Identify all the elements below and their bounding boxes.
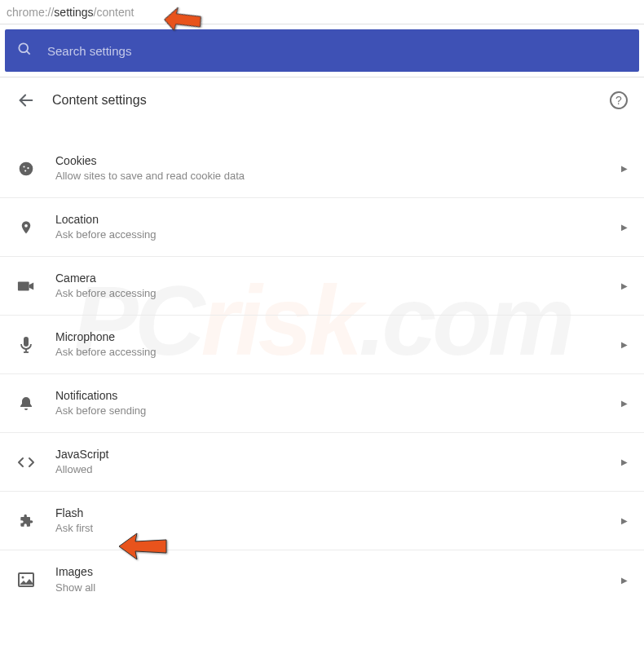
item-title: Camera: [55, 271, 621, 287]
svg-point-6: [24, 170, 26, 171]
item-flash[interactable]: Flash Ask first ▶: [0, 492, 644, 550]
item-javascript[interactable]: JavaScript Allowed ▶: [0, 433, 644, 492]
item-cookies[interactable]: Cookies Allow sites to save and read coo…: [0, 139, 644, 198]
address-text-bold: settings: [54, 6, 93, 19]
code-icon: [16, 456, 36, 469]
settings-list: Cookies Allow sites to save and read coo…: [0, 139, 644, 609]
svg-point-4: [23, 166, 24, 167]
item-subtitle: Allow sites to save and read cookie data: [55, 169, 621, 183]
chevron-right-icon: ▶: [621, 399, 628, 408]
svg-point-3: [20, 161, 33, 175]
item-subtitle: Ask before accessing: [55, 345, 621, 360]
svg-rect-9: [24, 337, 29, 347]
address-bar[interactable]: chrome://settings/content: [0, 0, 644, 24]
chevron-right-icon: ▶: [621, 340, 628, 349]
item-title: Images: [55, 564, 621, 581]
page-header: Content settings ?: [0, 77, 644, 123]
search-input[interactable]: [47, 44, 628, 58]
item-images[interactable]: Images Show all ▶: [0, 550, 644, 609]
svg-point-13: [22, 577, 24, 579]
item-location[interactable]: Location Ask before accessing ▶: [0, 198, 644, 257]
search-bar[interactable]: [5, 29, 639, 72]
item-text: Images Show all: [55, 564, 621, 595]
item-title: JavaScript: [55, 447, 621, 463]
cookie-icon: [16, 161, 36, 177]
address-text-pre: chrome://: [7, 6, 54, 19]
item-text: Microphone Ask before accessing: [55, 329, 621, 360]
item-text: Location Ask before accessing: [55, 212, 621, 243]
address-text-post: /content: [94, 6, 135, 19]
location-icon: [16, 219, 36, 236]
item-subtitle: Ask before accessing: [55, 286, 621, 301]
item-subtitle: Ask first: [55, 521, 621, 536]
item-subtitle: Ask before sending: [55, 404, 621, 418]
chevron-right-icon: ▶: [621, 576, 628, 585]
item-title: Cookies: [55, 153, 621, 170]
svg-rect-8: [18, 281, 29, 290]
chevron-right-icon: ▶: [621, 457, 628, 466]
item-title: Notifications: [55, 388, 621, 404]
chevron-right-icon: ▶: [621, 516, 628, 525]
camera-icon: [16, 280, 36, 293]
page-title: Content settings: [52, 93, 593, 108]
item-title: Microphone: [55, 329, 621, 346]
chevron-right-icon: ▶: [621, 164, 628, 173]
extension-icon: [16, 513, 36, 529]
item-text: Flash Ask first: [55, 506, 621, 537]
image-icon: [16, 572, 36, 587]
item-title: Location: [55, 212, 621, 228]
svg-point-5: [27, 167, 29, 169]
item-microphone[interactable]: Microphone Ask before accessing ▶: [0, 316, 644, 374]
item-subtitle: Allowed: [55, 462, 621, 477]
chevron-right-icon: ▶: [621, 281, 628, 290]
item-text: Camera Ask before accessing: [55, 271, 621, 302]
search-icon: [16, 41, 33, 60]
item-text: Cookies Allow sites to save and read coo…: [55, 153, 621, 184]
bell-icon: [16, 395, 36, 412]
svg-point-0: [19, 43, 28, 52]
chevron-right-icon: ▶: [621, 223, 628, 232]
help-button[interactable]: ?: [610, 91, 628, 109]
item-text: JavaScript Allowed: [55, 447, 621, 478]
item-subtitle: Show all: [55, 581, 621, 595]
microphone-icon: [16, 336, 36, 354]
svg-point-7: [24, 223, 28, 227]
item-notifications[interactable]: Notifications Ask before sending ▶: [0, 374, 644, 433]
svg-line-1: [27, 51, 30, 55]
item-subtitle: Ask before accessing: [55, 228, 621, 242]
item-text: Notifications Ask before sending: [55, 388, 621, 419]
item-title: Flash: [55, 506, 621, 522]
back-button[interactable]: [16, 91, 36, 110]
item-camera[interactable]: Camera Ask before accessing ▶: [0, 257, 644, 316]
